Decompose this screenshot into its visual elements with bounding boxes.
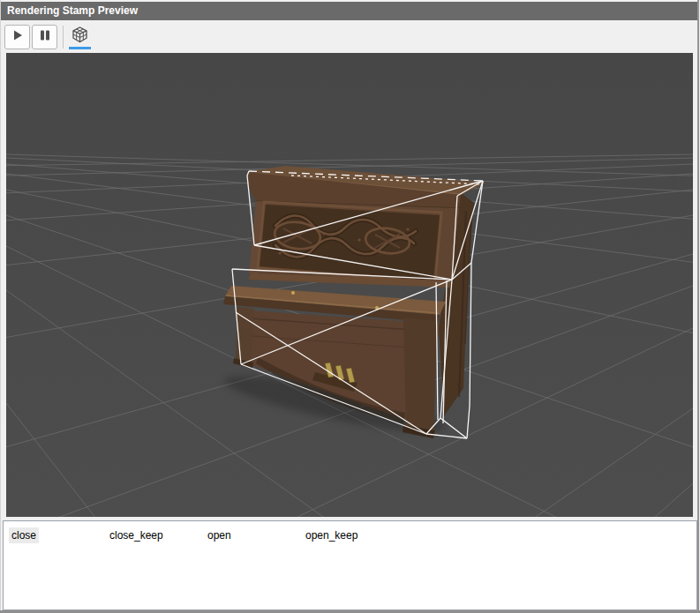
anim-item-open-keep[interactable]: open_keep (303, 527, 401, 543)
viewport-3d[interactable] (6, 53, 693, 517)
window-title: Rendering Stamp Preview (7, 4, 138, 17)
active-tool-underline (69, 47, 91, 49)
wireframe-toggle-button[interactable] (69, 24, 91, 49)
titlebar[interactable]: Rendering Stamp Preview (0, 2, 697, 20)
pause-icon (38, 28, 52, 45)
pause-button[interactable] (32, 25, 57, 49)
scene-canvas (6, 53, 693, 517)
window-left-edge (0, 0, 1, 613)
anim-item-open[interactable]: open (205, 527, 303, 543)
animation-list-panel: close close_keep open open_keep (3, 520, 697, 610)
toolbar-separator (63, 26, 64, 49)
wireframe-cube-icon (71, 26, 89, 47)
anim-item-close[interactable]: close (9, 527, 107, 543)
anim-item-close-keep[interactable]: close_keep (107, 527, 205, 543)
play-button[interactable] (4, 25, 30, 49)
viewport-background (6, 53, 693, 517)
play-icon (11, 28, 25, 45)
toolbar (0, 20, 697, 53)
animation-list: close close_keep open open_keep (9, 527, 696, 543)
